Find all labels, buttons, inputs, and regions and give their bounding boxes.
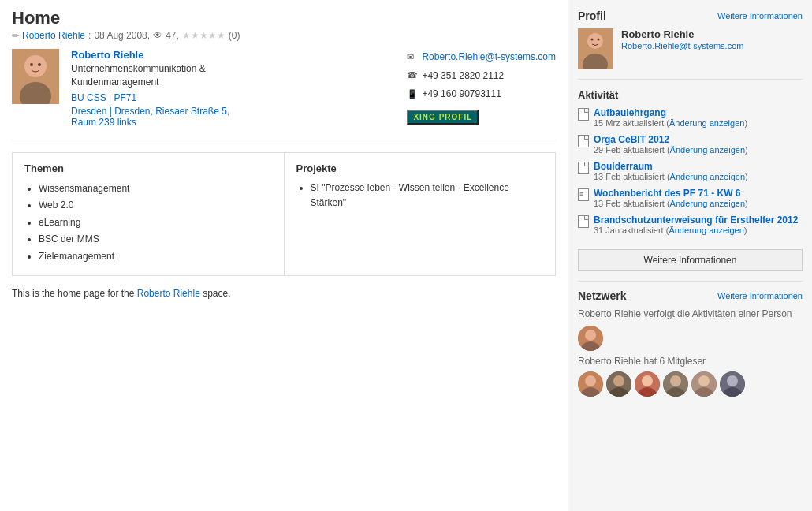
svg-point-29 [727,375,738,386]
page-views: 47, [166,30,179,41]
sidebar-avatar [578,28,613,69]
profil-label: PROFIL [439,113,473,121]
network-heading: Netzwerk [578,289,626,302]
topic-item: Zielemanagement [39,248,272,266]
location-link1[interactable]: Dresden | Dresden, Riesaer Straße 5, [71,106,229,117]
svg-point-14 [585,375,596,386]
topics-section: Themen WissensmanagementWeb 2.0eLearning… [13,153,285,275]
activity-doc-icon [578,135,589,147]
activity-change-link[interactable]: Änderung anzeigen [670,172,745,181]
network-header: Netzwerk Weitere Informationen [578,289,803,302]
main-content: Home ✏ Roberto Riehle: 08 Aug 2008, 👁 47… [0,0,568,511]
svg-point-9 [598,39,600,41]
member-avatar-4 [663,371,688,397]
activity-title-link[interactable]: Orga CeBIT 2012 [594,134,669,145]
activity-title-link[interactable]: Boulderraum [594,161,653,172]
profile-links: BU CSS | PF71 [71,92,395,103]
profile-name-link[interactable]: Roberto Riehle [71,49,143,61]
members-avatar-row [578,371,803,397]
location-link2[interactable]: Raum 239 links [71,117,136,128]
network-section: Netzwerk Weitere Informationen Roberto R… [578,281,803,397]
activity-change-link[interactable]: Änderung anzeigen [669,226,743,235]
member-avatar-6 [720,371,745,397]
topics-heading: Themen [24,162,272,174]
home-description: This is the home page for the Roberto Ri… [12,288,556,299]
profile-contact: ✉ Roberto.Riehle@t-systems.com ☎ +49 351… [407,49,556,128]
pf71-link[interactable]: PF71 [114,92,136,103]
profile-info: Roberto Riehle Unternehmenskommunikation… [71,49,395,128]
activity-meta: 31 Jan aktualisiert (Änderung anzeigen) [594,226,803,235]
activity-title-link[interactable]: Aufbaulehrgang [594,107,666,118]
email-link[interactable]: Roberto.Riehle@t-systems.com [422,49,556,66]
weitere-informationen-button[interactable]: Weitere Informationen [578,249,803,271]
phone1: +49 351 2820 2112 [422,68,504,85]
projects-section: Projekte SI "Prozesse leben - Wissen tei… [285,153,556,275]
page-title: Home [12,8,556,28]
sidebar: Profil Weitere Informationen Roberto Rie… [568,0,812,511]
activity-item: Brandschutzunterweisung für Ersthelfer 2… [578,214,803,235]
profile-avatar [12,49,59,104]
activity-meta: 29 Feb aktualisiert (Änderung anzeigen) [594,145,803,155]
projects-heading: Projekte [296,162,544,174]
phone-icon: ☎ [407,68,418,84]
email-row: ✉ Roberto.Riehle@t-systems.com [407,49,556,66]
phone1-row: ☎ +49 351 2820 2112 [407,68,556,85]
sidebar-profile-name: Roberto Riehle [621,28,803,40]
edit-icon[interactable]: ✏ [12,31,19,41]
phone2: +49 160 90793111 [422,86,501,103]
topic-item: BSC der MMS [39,231,272,248]
member-avatar-5 [691,371,717,397]
svg-point-17 [613,375,624,386]
network-more-link[interactable]: Weitere Informationen [717,291,803,300]
author-link[interactable]: Roberto Riehle [22,30,85,41]
sidebar-profile-card: Roberto Riehle Roberto.Riehle@t-systems.… [578,28,803,80]
activity-meta: 13 Feb aktualisiert (Änderung anzeigen) [594,199,803,208]
activity-doc-icon [578,108,589,121]
page-meta: ✏ Roberto Riehle: 08 Aug 2008, 👁 47, ★★★… [12,30,556,41]
topic-item: Web 2.0 [39,197,272,214]
activity-item: Orga CeBIT 201229 Feb aktualisiert (Ände… [578,134,803,155]
svg-point-26 [698,375,710,386]
xing-profil-badge[interactable]: XING PROFIL [407,110,479,125]
svg-point-8 [591,39,594,41]
svg-point-1 [24,55,47,77]
svg-point-4 [38,63,41,66]
roberto-riehle-space-link[interactable]: Roberto Riehle [137,288,200,299]
topics-list: WissensmanagementWeb 2.0eLearningBSC der… [24,181,272,266]
activity-heading: Aktivität [578,89,803,101]
activity-section: Aktivität Aufbaulehrgang15 Mrz aktualisi… [578,89,803,235]
network-follows-text: Roberto Riehle verfolgt die Aktivitäten … [578,308,803,319]
network-avatar-row [578,326,803,351]
profile-location: Dresden | Dresden, Riesaer Straße 5, Rau… [71,106,395,128]
svg-point-3 [30,63,33,66]
projects-list: SI "Prozesse leben - Wissen teilen - Exc… [296,181,544,211]
svg-point-23 [670,375,681,386]
activity-change-link[interactable]: Änderung anzeigen [670,145,745,155]
activity-change-link[interactable]: Änderung anzeigen [670,199,745,208]
network-avatar-1 [578,326,603,351]
page-date: 08 Aug 2008, [94,30,150,41]
star-rating: ★★★★★ [182,30,225,41]
sidebar-profile-email[interactable]: Roberto.Riehle@t-systems.com [621,41,743,50]
member-avatar-1 [578,371,603,397]
activity-title-link[interactable]: Wochenbericht des PF 71 - KW 6 [594,188,740,199]
activity-doc-icon [578,215,589,228]
activity-item: Wochenbericht des PF 71 - KW 613 Feb akt… [578,188,803,208]
sidebar-profile-info: Roberto Riehle Roberto.Riehle@t-systems.… [621,28,803,69]
profile-card: Roberto Riehle Unternehmenskommunikation… [12,49,556,140]
activity-list-icon [578,188,589,201]
activity-change-link[interactable]: Änderung anzeigen [669,118,744,128]
views-icon: 👁 [153,30,162,41]
activity-meta: 15 Mrz aktualisiert (Änderung anzeigen) [594,118,803,128]
bu-css-link[interactable]: BU CSS [71,92,106,103]
activity-item: Aufbaulehrgang15 Mrz aktualisiert (Änder… [578,107,803,128]
xing-label: XING [413,113,438,121]
member-avatar-3 [635,371,660,397]
sidebar-profile-title: Profil [578,9,606,22]
sidebar-profile-more-link[interactable]: Weitere Informationen [717,11,803,21]
sidebar-profile-header: Profil Weitere Informationen [578,9,803,22]
activity-title-link[interactable]: Brandschutzunterweisung für Ersthelfer 2… [594,214,798,226]
svg-point-11 [585,330,596,341]
phone2-row: 📱 +49 160 90793111 [407,86,556,103]
topic-item: eLearning [39,214,272,232]
